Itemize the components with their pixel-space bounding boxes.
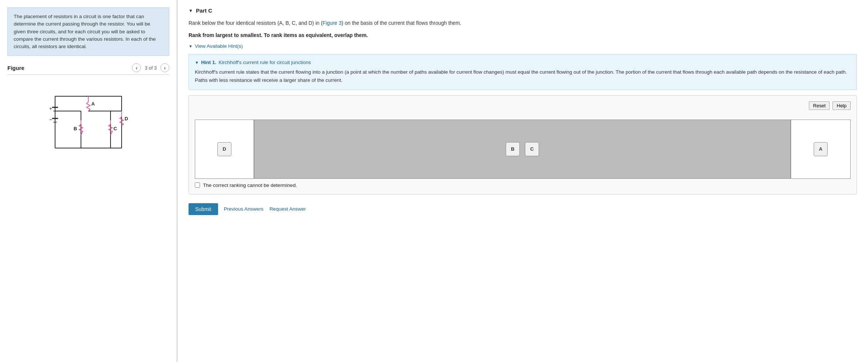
figure-link[interactable]: Figure 3 <box>323 20 342 26</box>
figure-section: Figure ‹ 3 of 3 › + − <box>7 63 169 164</box>
ranking-widget: Reset Help largest smallest D B C A <box>189 95 857 194</box>
bottom-bar: Submit Previous Answers Request Answer <box>189 203 857 215</box>
previous-answers-link[interactable]: Previous Answers <box>224 206 264 212</box>
svg-text:+: + <box>49 105 52 111</box>
placed-item-A[interactable]: A <box>814 142 828 156</box>
figure-title: Figure <box>7 65 24 71</box>
hint-triangle-icon: ▼ <box>195 60 199 65</box>
svg-text:−: − <box>49 117 52 123</box>
placed-item-B[interactable]: B <box>506 142 520 156</box>
svg-text:C: C <box>113 126 117 131</box>
hint-body: Kirchhoff's current rule states that the… <box>195 68 851 84</box>
hint-title-bold: Hint 1. <box>201 60 216 65</box>
question-text: Rank below the four identical resistors … <box>189 19 857 27</box>
right-panel: ▼ Part C Rank below the four identical r… <box>177 0 868 362</box>
hint-toggle[interactable]: ▼ View Available Hint(s) <box>189 43 857 49</box>
part-label: Part C <box>196 7 212 14</box>
intro-box: The placement of resistors in a circuit … <box>7 7 169 56</box>
part-header: ▼ Part C <box>189 7 857 14</box>
hint-box: ▼ Hint 1. Kirchhoff's current rule for c… <box>189 54 857 90</box>
circuit-diagram: + − A <box>33 81 144 164</box>
svg-text:A: A <box>91 101 95 107</box>
widget-top-bar: Reset Help <box>195 101 851 110</box>
rank-zone-left[interactable]: D <box>195 120 254 178</box>
reset-button[interactable]: Reset <box>809 101 830 110</box>
part-triangle-icon: ▼ <box>189 8 193 13</box>
intro-text: The placement of resistors in a circuit … <box>14 14 156 49</box>
cannot-determine-label: The correct ranking cannot be determined… <box>203 182 297 188</box>
placed-item-D[interactable]: D <box>217 142 231 156</box>
figure-nav-text: 3 of 3 <box>145 65 157 71</box>
hint-toggle-label: View Available Hint(s) <box>195 43 243 49</box>
cannot-determine: The correct ranking cannot be determined… <box>195 182 851 188</box>
rank-zone-middle[interactable]: B C <box>254 120 791 178</box>
submit-button[interactable]: Submit <box>189 203 218 215</box>
svg-text:D: D <box>125 116 128 121</box>
figure-nav: ‹ 3 of 3 › <box>132 63 169 72</box>
placed-item-C[interactable]: C <box>525 142 539 156</box>
cannot-determine-checkbox[interactable] <box>195 182 200 188</box>
figure-header: Figure ‹ 3 of 3 › <box>7 63 169 75</box>
hint-title-rest: Kirchhoff's current rule for circuit jun… <box>218 60 311 65</box>
circuit-svg: + − A <box>33 81 144 163</box>
rank-zone-right[interactable]: A <box>791 120 850 178</box>
hint-title: ▼ Hint 1. Kirchhoff's current rule for c… <box>195 60 851 65</box>
help-button[interactable]: Help <box>833 101 851 110</box>
rank-instruction: Rank from largest to smallest. To rank i… <box>189 32 857 38</box>
prev-figure-button[interactable]: ‹ <box>132 63 141 72</box>
hint-toggle-triangle-icon: ▼ <box>189 44 193 48</box>
question-text-before: Rank below the four identical resistors … <box>189 20 323 26</box>
next-figure-button[interactable]: › <box>160 63 169 72</box>
request-answer-link[interactable]: Request Answer <box>269 206 306 212</box>
ranking-area[interactable]: largest smallest D B C A <box>195 120 851 179</box>
left-panel: The placement of resistors in a circuit … <box>0 0 177 362</box>
svg-text:B: B <box>74 126 77 131</box>
question-text-after: ) on the basis of the current that flows… <box>342 20 461 26</box>
